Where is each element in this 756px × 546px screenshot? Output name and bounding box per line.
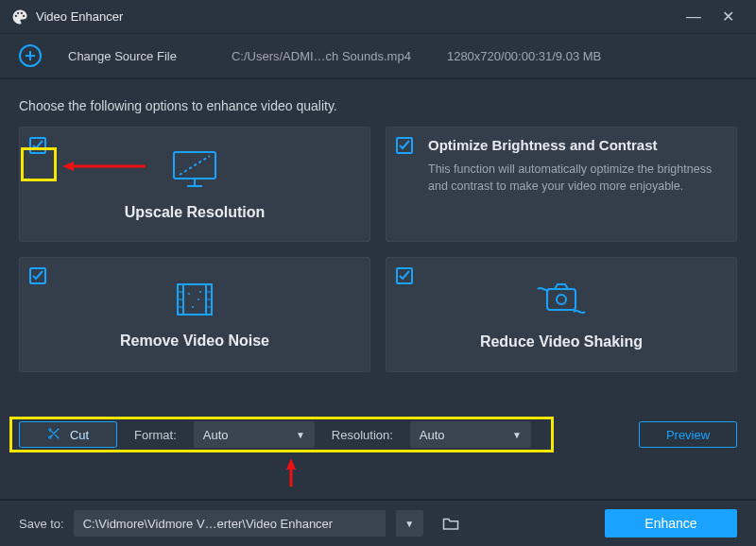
- card-title: Optimize Brightness and Contrast: [428, 137, 719, 153]
- instruction-text: Choose the following options to enhance …: [0, 79, 756, 127]
- folder-icon: [442, 516, 459, 531]
- resolution-select[interactable]: Auto ▼: [410, 421, 531, 448]
- svg-point-15: [192, 306, 194, 308]
- card-reduce-video-shaking[interactable]: Reduce Video Shaking: [386, 257, 737, 372]
- format-label: Format:: [134, 428, 177, 442]
- cut-label: Cut: [70, 428, 89, 442]
- source-bar: Change Source File C:/Users/ADMI…ch Soun…: [0, 34, 756, 79]
- controls-row: Cut Format: Auto ▼ Resolution: Auto ▼ Pr…: [0, 419, 756, 450]
- scissors-icon: [47, 427, 60, 443]
- open-folder-button[interactable]: [437, 510, 465, 537]
- window-title: Video Enhancer: [36, 9, 123, 24]
- enhance-button[interactable]: Enhance: [605, 509, 737, 537]
- checkbox-upscale[interactable]: [29, 137, 46, 154]
- enhancement-cards: Upscale Resolution Optimize Brightness a…: [0, 127, 756, 372]
- preview-button[interactable]: Preview: [639, 421, 737, 448]
- card-description: This function will automatically optimiz…: [428, 161, 719, 195]
- bottom-bar: Save to: C:\Vidmore\Vidmore V…erter\Vide…: [0, 499, 756, 546]
- chevron-down-icon: ▼: [404, 519, 414, 529]
- monitor-icon: [168, 148, 221, 193]
- card-optimize-brightness[interactable]: Optimize Brightness and Contrast This fu…: [386, 127, 737, 242]
- save-to-label: Save to:: [19, 517, 64, 531]
- svg-line-1: [180, 156, 210, 175]
- title-bar: Video Enhancer — ✕: [0, 0, 756, 34]
- svg-point-14: [198, 299, 199, 300]
- chevron-down-icon: ▼: [296, 430, 305, 440]
- card-title: Reduce Video Shaking: [480, 333, 643, 350]
- palette-icon: [11, 9, 28, 26]
- svg-rect-17: [547, 289, 576, 310]
- chevron-down-icon: ▼: [512, 430, 522, 440]
- preview-label: Preview: [666, 428, 710, 442]
- svg-marker-22: [286, 458, 296, 469]
- add-icon[interactable]: [19, 44, 42, 67]
- format-select[interactable]: Auto ▼: [194, 421, 315, 448]
- card-title: Upscale Resolution: [125, 204, 265, 221]
- source-meta: 1280x720/00:00:31/9.03 MB: [447, 49, 601, 63]
- svg-point-13: [188, 293, 190, 295]
- annotation-arrow-up: [285, 458, 297, 488]
- resolution-value: Auto: [420, 428, 445, 442]
- checkbox-shaking[interactable]: [396, 267, 413, 284]
- save-path-value: C:\Vidmore\Vidmore V…erter\Video Enhance…: [83, 517, 333, 531]
- save-path-dropdown[interactable]: ▼: [395, 510, 423, 537]
- change-source-link[interactable]: Change Source File: [68, 49, 177, 63]
- card-upscale-resolution[interactable]: Upscale Resolution: [19, 127, 370, 242]
- film-icon: [172, 281, 217, 321]
- enhance-label: Enhance: [644, 516, 696, 531]
- checkbox-brightness[interactable]: [396, 137, 413, 154]
- format-value: Auto: [203, 428, 229, 442]
- svg-point-18: [557, 295, 566, 304]
- camera-shake-icon: [534, 280, 589, 322]
- checkbox-noise[interactable]: [29, 267, 46, 284]
- close-button[interactable]: ✕: [711, 8, 745, 26]
- card-remove-video-noise[interactable]: Remove Video Noise: [19, 257, 370, 372]
- cut-button[interactable]: Cut: [19, 421, 117, 448]
- save-path-field[interactable]: C:\Vidmore\Vidmore V…erter\Video Enhance…: [74, 510, 386, 537]
- resolution-label: Resolution:: [332, 428, 393, 442]
- svg-point-16: [199, 291, 201, 293]
- source-path: C:/Users/ADMI…ch Sounds.mp4: [232, 49, 411, 63]
- card-title: Remove Video Noise: [120, 333, 269, 350]
- minimize-button[interactable]: —: [677, 9, 711, 26]
